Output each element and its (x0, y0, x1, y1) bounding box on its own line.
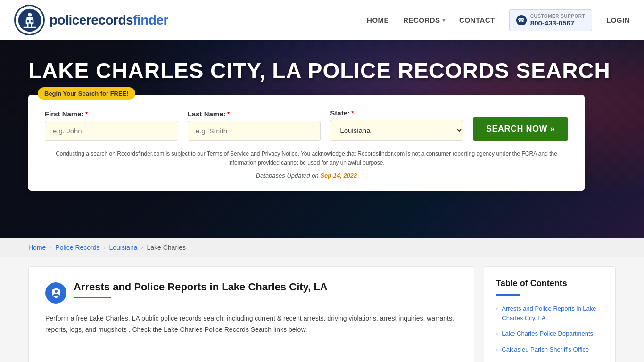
first-name-group: First Name:* (45, 110, 178, 141)
support-text: CUSTOMER SUPPORT 800-433-0567 (530, 14, 585, 27)
nav-records[interactable]: RECORDS ▾ (403, 16, 445, 24)
first-name-input[interactable] (45, 121, 178, 141)
toc-chevron-icon: › (496, 346, 498, 353)
main-content: Arrests and Police Reports in Lake Charl… (0, 257, 644, 362)
state-select[interactable]: AlabamaAlaskaArizonaArkansasCaliforniaCo… (330, 120, 463, 141)
customer-support[interactable]: ☎ CUSTOMER SUPPORT 800-433-0567 (509, 9, 592, 31)
badge-icon (45, 282, 66, 304)
breadcrumb-louisiana[interactable]: Louisiana (109, 244, 138, 251)
svg-point-4 (27, 13, 31, 16)
hero-section: LAKE CHARLES CITY, LA POLICE RECORDS SEA… (0, 40, 644, 238)
hero-title: LAKE CHARLES CITY, LA POLICE RECORDS SEA… (28, 59, 611, 83)
db-updated: Databases Updated on Sep 14, 2022 (45, 172, 568, 179)
toc-item[interactable]: ›Calcasieu Parish Sheriff's Office (496, 345, 603, 354)
breadcrumb-police-records[interactable]: Police Records (55, 244, 99, 251)
search-fields: First Name:* Last Name:* State:* Alabama… (45, 109, 568, 141)
breadcrumb-sep-3: › (141, 244, 143, 251)
svg-rect-3 (26, 17, 33, 20)
state-group: State:* AlabamaAlaskaArizonaArkansasCali… (330, 109, 463, 141)
article-heading: Arrests and Police Reports in Lake Charl… (45, 281, 457, 304)
logo-text: policerecordsfinder (50, 13, 168, 28)
article-title: Arrests and Police Reports in Lake Charl… (74, 281, 328, 293)
toc-section: Table of Contents ›Arrests and Police Re… (484, 266, 616, 362)
article-title-underline (74, 297, 111, 298)
breadcrumb-home[interactable]: Home (28, 244, 46, 251)
toc-chevron-icon: › (496, 305, 498, 312)
breadcrumb: Home › Police Records › Louisiana › Lake… (0, 238, 644, 257)
last-name-input[interactable] (188, 121, 321, 141)
logo-area[interactable]: policerecordsfinder (14, 5, 168, 35)
svg-rect-8 (30, 20, 32, 22)
phone-icon: ☎ (516, 15, 527, 25)
toc-chevron-icon: › (496, 330, 498, 337)
first-name-label: First Name:* (45, 110, 178, 118)
nav-home[interactable]: HOME (367, 16, 389, 24)
state-label: State:* (330, 109, 463, 117)
last-name-group: Last Name:* (188, 110, 321, 141)
article-title-group: Arrests and Police Reports in Lake Charl… (74, 281, 328, 298)
toc-item[interactable]: ›Arrests and Police Reports in Lake Char… (496, 304, 603, 322)
search-button[interactable]: SEARCH NOW » (473, 117, 568, 141)
site-header: policerecordsfinder HOME RECORDS ▾ CONTA… (0, 0, 644, 40)
svg-rect-7 (27, 20, 29, 22)
logo-icon (14, 5, 45, 35)
disclaimer-text: Conducting a search on Recordsfinder.com… (45, 149, 568, 167)
toc-heading: Table of Contents (496, 279, 603, 288)
toc-divider (496, 294, 520, 296)
toc-items: ›Arrests and Police Reports in Lake Char… (496, 304, 603, 354)
nav-contact[interactable]: CONTACT (459, 16, 495, 24)
last-name-label: Last Name:* (188, 110, 321, 118)
article-section: Arrests and Police Reports in Lake Charl… (28, 266, 474, 362)
article-body: Perform a free Lake Charles, LA public p… (45, 313, 457, 336)
search-box: Begin Your Search for FREE! First Name:*… (28, 95, 585, 191)
breadcrumb-sep-2: › (104, 244, 106, 251)
login-button[interactable]: LOGIN (606, 16, 630, 24)
records-chevron-icon: ▾ (442, 17, 446, 24)
breadcrumb-current: Lake Charles (147, 244, 186, 251)
breadcrumb-sep-1: › (50, 244, 51, 251)
toc-item[interactable]: ›Lake Charles Police Departments (496, 329, 603, 338)
main-nav: HOME RECORDS ▾ CONTACT ☎ CUSTOMER SUPPOR… (367, 9, 630, 31)
svg-rect-6 (28, 23, 31, 27)
free-badge: Begin Your Search for FREE! (38, 87, 135, 100)
